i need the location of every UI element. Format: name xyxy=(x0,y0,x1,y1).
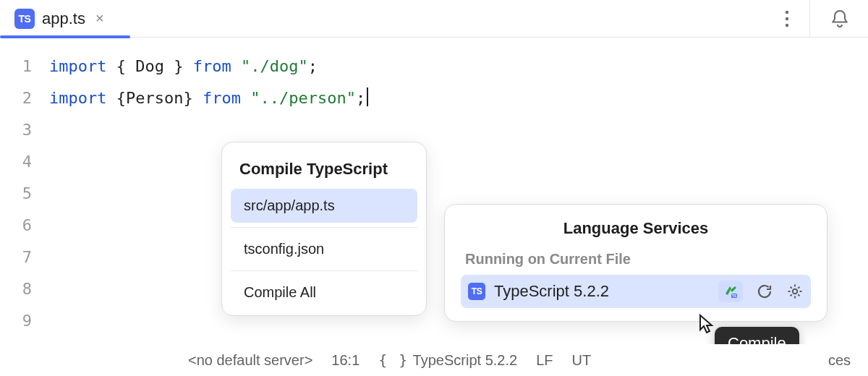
language-service-row[interactable]: TS TypeScript 5.2.2 TS xyxy=(461,275,811,308)
line-number: 1 xyxy=(0,51,32,82)
settings-icon[interactable] xyxy=(786,283,804,300)
compile-item-tsconfig[interactable]: tsconfig.json xyxy=(231,232,417,266)
status-server[interactable]: <no default server> xyxy=(188,352,312,369)
line-number: 3 xyxy=(0,114,32,146)
status-language[interactable]: { } TypeScript 5.2.2 xyxy=(378,351,517,369)
tabbar-divider xyxy=(809,0,810,38)
line-number: 7 xyxy=(0,242,32,273)
svg-point-1 xyxy=(786,17,788,20)
language-services-subtitle: Running on Current File xyxy=(461,251,811,268)
svg-point-0 xyxy=(786,10,788,13)
compile-button[interactable]: TS xyxy=(718,281,743,302)
compile-typescript-popup: Compile TypeScript src/app/app.ts tsconf… xyxy=(221,142,427,316)
popup-separator xyxy=(231,270,417,271)
line-number: 9 xyxy=(0,305,32,337)
active-tab-indicator xyxy=(0,35,130,38)
code-line: import {Person} from "../person"; xyxy=(49,82,868,114)
language-service-label: TypeScript 5.2.2 xyxy=(494,282,710,301)
popup-separator xyxy=(231,227,417,228)
status-encoding[interactable]: UT xyxy=(571,352,591,369)
notifications-icon[interactable] xyxy=(830,9,849,29)
line-number: 5 xyxy=(0,178,32,210)
close-tab-icon[interactable]: × xyxy=(95,10,104,27)
language-services-title: Language Services xyxy=(461,219,811,238)
more-icon[interactable] xyxy=(785,10,789,27)
line-number: 2 xyxy=(0,82,32,114)
tab-bar: TS app.ts × xyxy=(0,0,868,38)
text-caret xyxy=(367,87,368,106)
compile-popup-title: Compile TypeScript xyxy=(222,155,426,189)
svg-text:TS: TS xyxy=(732,294,737,298)
line-number: 4 xyxy=(0,146,32,178)
status-bar: <no default server> 16:1 { } TypeScript … xyxy=(0,344,868,376)
line-number: 6 xyxy=(0,210,32,242)
typescript-file-icon: TS xyxy=(14,9,35,29)
code-line: import { Dog } from "./dog"; xyxy=(49,51,868,82)
typescript-service-icon: TS xyxy=(468,283,485,300)
restart-icon[interactable] xyxy=(756,283,773,300)
tab-filename: app.ts xyxy=(42,9,85,28)
editor-tab-app-ts[interactable]: TS app.ts × xyxy=(6,3,113,35)
status-line-ending[interactable]: LF xyxy=(536,352,553,369)
line-number: 8 xyxy=(0,273,32,305)
tabbar-actions xyxy=(785,0,862,38)
line-number-gutter: 1 2 3 4 5 6 7 8 9 10 xyxy=(0,51,49,369)
svg-point-2 xyxy=(786,23,788,26)
compile-item-current-file[interactable]: src/app/app.ts xyxy=(231,189,417,223)
status-trailing[interactable]: ces xyxy=(828,352,851,369)
compile-item-all[interactable]: Compile All xyxy=(231,275,417,309)
svg-point-5 xyxy=(793,289,797,294)
status-caret-position[interactable]: 16:1 xyxy=(331,352,359,369)
language-services-popup: Language Services Running on Current Fil… xyxy=(444,204,827,322)
